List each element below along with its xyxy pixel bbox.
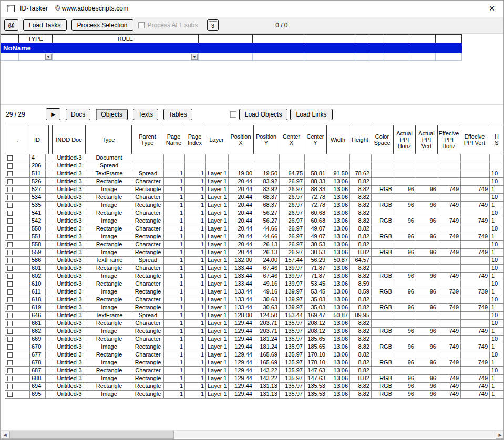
cell: 749 [461, 186, 490, 194]
row-checkbox[interactable] [7, 329, 13, 334]
play-button[interactable]: ▶ [46, 108, 60, 120]
column-header: Page Name [163, 125, 184, 154]
table-row[interactable]: 661Untitled-3RectangleCharacter11Layer 1… [5, 320, 504, 328]
cell: 749 [438, 186, 461, 194]
row-checkbox[interactable] [7, 368, 13, 373]
cell: 10 [490, 257, 504, 265]
row-checkbox[interactable] [7, 179, 13, 184]
cell: 13.06 [327, 375, 350, 383]
row-checkbox[interactable] [7, 384, 13, 389]
tab-tables[interactable]: Tables [163, 109, 192, 120]
table-row[interactable]: 534Untitled-3RectangleCharacter11Layer 1… [5, 194, 504, 202]
row-checkbox[interactable] [7, 242, 13, 247]
row-checkbox[interactable] [7, 344, 13, 350]
cell [46, 194, 49, 202]
row-checkbox[interactable] [7, 266, 13, 271]
row-checkbox[interactable] [7, 155, 13, 161]
column-header: Center X [279, 125, 304, 154]
scrollbar-thumb[interactable] [9, 431, 174, 439]
table-row[interactable]: 677Untitled-3RectangleCharacter11Layer 1… [5, 351, 504, 359]
load-objects-button[interactable]: Load Objects [239, 109, 288, 120]
row-checkbox[interactable] [7, 360, 13, 365]
cell [416, 194, 438, 202]
cell [185, 162, 206, 170]
row-checkbox[interactable] [7, 352, 13, 358]
row-checkbox[interactable] [7, 211, 13, 216]
table-row[interactable]: 541Untitled-3RectangleCharacter11Layer 1… [5, 209, 504, 217]
type-combo-dropdown-icon[interactable]: ▼ [45, 54, 52, 60]
table-row[interactable]: 618Untitled-3RectangleCharacter11Layer 1… [5, 296, 504, 304]
table-row[interactable]: 4Untitled-3Document [5, 154, 504, 162]
table-row[interactable]: 558Untitled-3RectangleCharacter11Layer 1… [5, 241, 504, 249]
row-checkbox[interactable] [7, 337, 13, 342]
row-checkbox[interactable] [7, 274, 13, 279]
at-button[interactable]: @ [4, 19, 18, 31]
table-row[interactable]: 206Untitled-3Spread [5, 162, 504, 170]
row-checkbox[interactable] [7, 289, 13, 295]
row-checkbox[interactable] [7, 258, 13, 263]
cell: RGB [372, 249, 394, 257]
load-links-button[interactable]: Load Links [290, 109, 332, 120]
tab-texts[interactable]: Texts [133, 109, 158, 120]
row-checkbox[interactable] [7, 226, 13, 232]
app-icon[interactable] [7, 5, 15, 13]
table-row[interactable]: 535Untitled-3ImageRectangle11Layer 120.4… [5, 202, 504, 209]
table-row[interactable]: 559Untitled-3ImageRectangle11Layer 120.4… [5, 249, 504, 257]
row-checkbox[interactable] [7, 392, 13, 397]
row-checkbox[interactable] [7, 297, 13, 302]
cell: 694 [30, 383, 46, 391]
rule-combo-dropdown-icon[interactable]: ▼ [191, 54, 198, 60]
row-checkbox[interactable] [7, 281, 13, 287]
process-all-subs-checkbox[interactable] [138, 22, 145, 28]
table-row[interactable]: 688Untitled-3ImageRectangle11Layer 1129.… [5, 375, 504, 383]
row-checkbox[interactable] [7, 321, 13, 326]
horizontal-scrollbar[interactable]: ◀ ▶ [1, 430, 504, 438]
row-checkbox[interactable] [7, 376, 13, 381]
table-row[interactable]: 586Untitled-3TextFrameSpread11Layer 1132… [5, 257, 504, 265]
cell [461, 209, 490, 217]
table-row[interactable]: 687Untitled-3RectangleCharacter11Layer 1… [5, 367, 504, 375]
row-checkbox[interactable] [7, 203, 13, 208]
table-row[interactable]: 695Untitled-3ImageRectangle11Layer 1129.… [5, 391, 504, 399]
table-row[interactable]: 662Untitled-3ImageRectangle11Layer 1129.… [5, 328, 504, 336]
row-checkbox[interactable] [7, 187, 13, 192]
row-checkbox[interactable] [7, 250, 13, 255]
load-tasks-button[interactable]: Load Tasks [23, 19, 67, 31]
table-row[interactable]: 610Untitled-3RectangleCharacter11Layer 1… [5, 280, 504, 288]
close-button[interactable]: ✕ [487, 4, 497, 13]
table-row[interactable]: 550Untitled-3RectangleCharacter11Layer 1… [5, 225, 504, 233]
cell [49, 273, 53, 280]
tab-objects[interactable]: Objects [96, 109, 128, 120]
row-checkbox[interactable] [7, 234, 13, 239]
scroll-left-icon[interactable]: ◀ [1, 431, 9, 439]
subs-depth-spinner[interactable]: 3 [207, 19, 219, 31]
row-checkbox[interactable] [7, 171, 13, 176]
table-row[interactable]: 542Untitled-3ImageRectangle11Layer 120.4… [5, 217, 504, 225]
table-row[interactable]: 619Untitled-3ImageRectangle11Layer 1133.… [5, 304, 504, 312]
load-objects-checkbox[interactable] [230, 111, 236, 118]
scroll-right-icon[interactable]: ▶ [496, 431, 504, 439]
table-row[interactable]: 670Untitled-3ImageRectangle11Layer 1129.… [5, 343, 504, 351]
table-row[interactable]: 527Untitled-3ImageRectangle11Layer 120.4… [5, 186, 504, 194]
table-row[interactable]: 526Untitled-3RectangleCharacter11Layer 1… [5, 178, 504, 186]
row-checkbox[interactable] [7, 195, 13, 200]
row-checkbox[interactable] [7, 163, 13, 169]
table-row[interactable]: 669Untitled-3RectangleCharacter11Layer 1… [5, 336, 504, 343]
cell: 135.97 [280, 351, 305, 359]
tab-docs[interactable]: Docs [66, 109, 90, 120]
row-checkbox[interactable] [7, 313, 13, 318]
table-row[interactable]: 601Untitled-3RectangleCharacter11Layer 1… [5, 265, 504, 273]
table-row[interactable]: 678Untitled-3ImageRectangle11Layer 1129.… [5, 359, 504, 367]
process-selection-button[interactable]: Process Selection [71, 19, 133, 31]
table-row[interactable]: 646Untitled-3TextFrameSpread11Layer 1128… [5, 312, 504, 320]
row-checkbox[interactable] [7, 305, 13, 310]
row-checkbox[interactable] [7, 218, 13, 224]
cell: 13.06 [327, 178, 350, 186]
table-row[interactable]: 511Untitled-3TextFrameSpread11Layer 119.… [5, 170, 504, 178]
selected-task-row[interactable]: NoName [1, 43, 462, 53]
cell [372, 162, 394, 170]
table-row[interactable]: 602Untitled-3ImageRectangle11Layer 1133.… [5, 273, 504, 280]
table-row[interactable]: 611Untitled-3ImageRectangle11Layer 1133.… [5, 288, 504, 296]
table-row[interactable]: 694Untitled-3RectangleRectangle11Layer 1… [5, 383, 504, 391]
table-row[interactable]: 551Untitled-3ImageRectangle11Layer 120.4… [5, 233, 504, 241]
